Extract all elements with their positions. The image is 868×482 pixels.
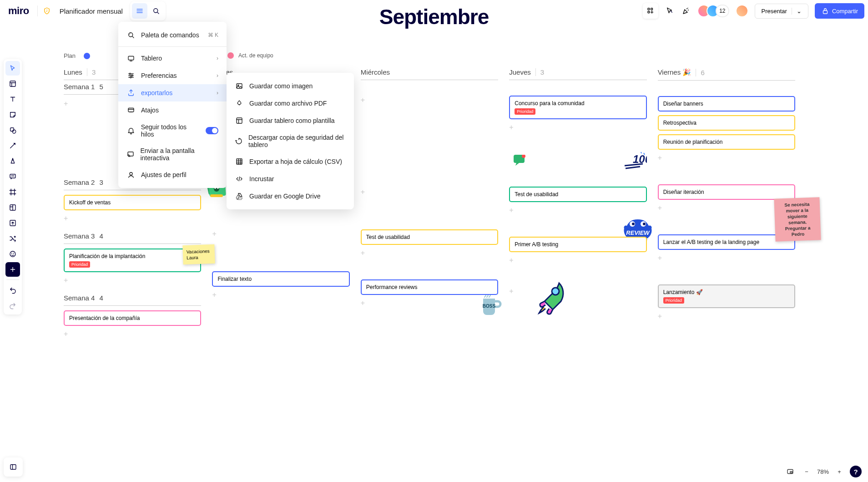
select-tool[interactable] — [5, 61, 20, 76]
cursor-follow-icon[interactable] — [665, 6, 675, 16]
map-toggle[interactable] — [784, 466, 796, 477]
card[interactable]: Retrospectiva — [658, 115, 795, 131]
upload-tool[interactable] — [5, 216, 20, 230]
export-csv[interactable]: Exportar a hoja de cálculo (CSV) — [227, 153, 354, 170]
menu-shortcuts[interactable]: Atajos — [118, 101, 227, 119]
add-card[interactable]: + — [64, 276, 201, 285]
text-tool[interactable] — [5, 92, 20, 107]
export-pdf[interactable]: Guardar como archivo PDF — [227, 95, 354, 112]
priority-tag: Prioridad — [69, 261, 90, 268]
zoom-level[interactable]: 78% — [817, 468, 829, 475]
templates-tool[interactable] — [5, 76, 20, 91]
card[interactable]: Diseñar iteración — [658, 184, 795, 200]
card[interactable]: Diseñar banners — [658, 96, 795, 112]
export-image[interactable]: Guardar como imagen — [227, 77, 354, 95]
shapes-tool[interactable] — [5, 123, 20, 137]
svg-point-26 — [10, 251, 15, 257]
add-card[interactable]: + — [658, 254, 795, 263]
card[interactable]: Presentación de la compañía — [64, 310, 201, 326]
menu-board[interactable]: Tablero › — [118, 50, 227, 67]
collaborator-avatars[interactable]: 12 — [697, 5, 729, 17]
apps-button[interactable] — [643, 3, 658, 19]
current-user-avatar[interactable] — [736, 5, 748, 17]
kanban-tool[interactable] — [5, 200, 20, 215]
undo-button[interactable] — [5, 283, 20, 297]
card[interactable]: Concurso para la comunidad Prioridad — [509, 96, 646, 119]
add-card[interactable]: + — [658, 312, 795, 321]
menu-export[interactable]: exportarlos › — [118, 84, 227, 101]
export-embed[interactable]: Incrustar — [227, 170, 354, 188]
hundred-sticker[interactable]: 100 — [622, 150, 647, 171]
pen-tool[interactable] — [5, 154, 20, 168]
zoom-out[interactable]: − — [801, 466, 812, 477]
add-card[interactable]: + — [658, 153, 795, 162]
card[interactable]: Planificación de la implantación Priorid… — [64, 249, 201, 272]
main-menu-button[interactable] — [132, 3, 147, 19]
add-card[interactable]: + — [64, 214, 201, 223]
export-backup[interactable]: Descargar copia de seguridad del tablero — [227, 129, 354, 153]
more-tools[interactable] — [5, 262, 20, 277]
export-template[interactable]: Guardar tablero como plantilla — [227, 112, 354, 129]
column-header: Jueves 3 — [509, 68, 646, 80]
search-button[interactable] — [148, 3, 164, 19]
menu-command-palette[interactable]: Paleta de comandos ⌘ K — [118, 26, 227, 44]
avatar-count[interactable]: 12 — [716, 5, 729, 17]
comment-tool[interactable] — [5, 169, 20, 184]
share-button[interactable]: Compartir — [815, 3, 864, 19]
frame-tool[interactable] — [5, 185, 20, 199]
svg-rect-9 — [823, 10, 827, 14]
menu-profile[interactable]: Ajustes de perfil — [118, 166, 227, 183]
svg-line-68 — [625, 164, 643, 166]
add-card[interactable]: + — [361, 96, 498, 105]
menu-cast[interactable]: Enviar a la pantalla interactiva — [118, 142, 227, 166]
svg-rect-35 — [128, 56, 134, 60]
add-card[interactable]: + — [212, 229, 349, 238]
card[interactable]: Finalizar texto — [212, 271, 349, 287]
menu-follow-threads[interactable]: Seguir todos los hilos — [118, 119, 227, 142]
present-button[interactable]: Presentar ⌄ — [755, 4, 808, 19]
help-button[interactable]: ? — [850, 466, 862, 477]
svg-point-71 — [632, 223, 635, 225]
svg-point-27 — [11, 253, 12, 254]
svg-point-47 — [130, 173, 132, 175]
sticky-tool[interactable] — [5, 107, 20, 122]
card[interactable]: Lanzamiento 🚀 Prioridad — [658, 284, 795, 308]
emoji-tool[interactable] — [5, 247, 20, 261]
toggle-on[interactable] — [206, 127, 218, 134]
card[interactable]: Kickoff de ventas — [64, 195, 201, 210]
add-card[interactable]: + — [509, 206, 646, 215]
reactions-icon[interactable] — [681, 6, 691, 16]
add-card[interactable]: + — [64, 330, 201, 339]
shuffle-tool[interactable] — [5, 231, 20, 246]
add-card[interactable]: + — [509, 287, 646, 296]
redo-button[interactable] — [5, 298, 20, 313]
card[interactable]: Reunión de planificación — [658, 134, 795, 150]
left-toolbar — [4, 59, 22, 315]
card[interactable]: Primer A/B testing — [509, 237, 646, 252]
connector-tool[interactable] — [5, 138, 20, 153]
frames-panel-button[interactable] — [4, 457, 23, 477]
board-name[interactable]: Planificador mensual — [56, 7, 126, 15]
mug-sticker[interactable]: BOSS — [478, 293, 503, 318]
sticky-note[interactable]: Se necesita mover a la siguiente semana.… — [774, 197, 821, 241]
add-card[interactable]: + — [509, 123, 646, 132]
rocket-sticker[interactable] — [532, 278, 573, 319]
add-card[interactable]: + — [212, 290, 349, 299]
export-drive[interactable]: Guardar en Google Drive — [227, 188, 354, 205]
card[interactable]: Test de usabilidad — [509, 187, 646, 202]
card[interactable]: Test de usabilidad — [361, 229, 498, 245]
priority-tag: Prioridad — [515, 108, 535, 115]
sticky-note[interactable]: Vacaciones Laura — [183, 244, 215, 264]
add-card[interactable]: + — [509, 256, 646, 265]
chevron-down-icon[interactable]: ⌄ — [792, 8, 802, 15]
plan-shield-icon[interactable]: 2 — [41, 5, 52, 16]
card[interactable]: Performance reviews — [361, 279, 498, 295]
add-card[interactable]: + — [361, 188, 498, 197]
add-card[interactable]: + — [361, 249, 498, 258]
zoom-in[interactable]: + — [833, 466, 845, 477]
share-label: Compartir — [832, 8, 858, 15]
chat-sticker[interactable] — [514, 155, 527, 167]
menu-preferences[interactable]: Preferencias › — [118, 67, 227, 84]
card[interactable]: Lanzar el A/B testing de la landing page — [658, 234, 795, 250]
miro-logo[interactable]: miro — [4, 5, 34, 17]
